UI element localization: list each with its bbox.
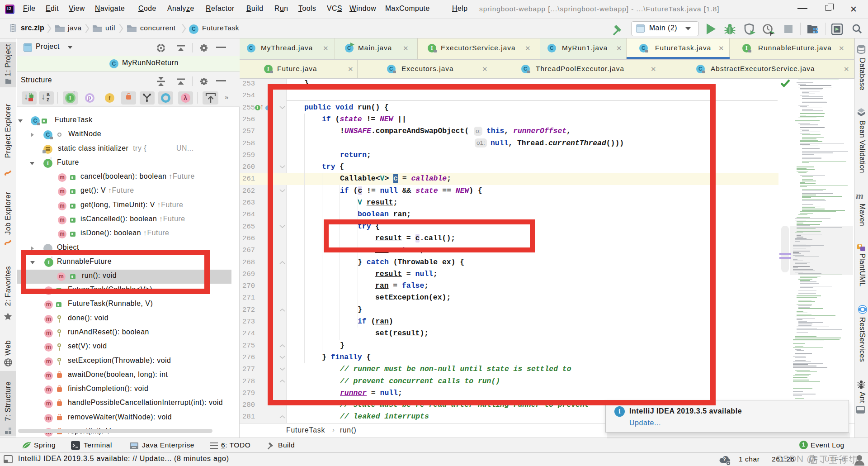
- svg-text:?: ?: [723, 456, 726, 462]
